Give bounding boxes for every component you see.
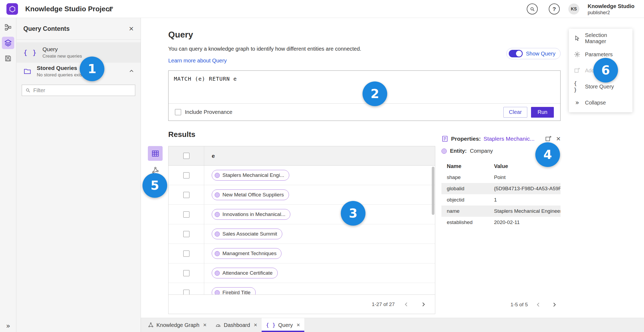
properties-close-icon[interactable]: × (556, 135, 561, 143)
gear-icon (574, 51, 581, 58)
column-header-e: e (204, 153, 215, 159)
row-checkbox[interactable] (183, 211, 189, 218)
entity-pill[interactable]: Managment Techniques (212, 248, 281, 259)
property-value: Staplers Mechanical Engineering (494, 208, 561, 214)
results-scrollbar-thumb[interactable] (432, 167, 434, 215)
annotation-badge-6: 6 (593, 58, 618, 83)
query-list-item[interactable]: { } Query Create new queries (16, 42, 141, 63)
entity-dot-icon (215, 212, 220, 217)
query-item-sub: Create new queries (42, 54, 82, 59)
run-button[interactable]: Run (531, 107, 554, 118)
entity-pill-label: Staplers Mechanical Engi... (222, 172, 284, 178)
panel-header: Query Contents × (16, 18, 141, 40)
help-button[interactable]: ? (549, 3, 560, 14)
entity-pill[interactable]: Innovations in Mechanical... (212, 209, 290, 220)
row-cell: Firebird Title (204, 287, 256, 294)
properties-label: Properties: (451, 136, 481, 142)
save-icon[interactable] (2, 52, 14, 65)
entity-pill-label: Attendance Certificate (222, 270, 273, 276)
clear-button[interactable]: Clear (503, 107, 528, 118)
entity-pill[interactable]: New Metal Office Suppliers (212, 189, 289, 200)
annotation-badge-1: 1 (80, 57, 104, 81)
select-all-checkbox[interactable] (183, 153, 189, 159)
properties-table: Name Value shapePoint globalid{5D9B4713-… (441, 161, 561, 228)
entity-pill[interactable]: Attendance Certificate (212, 268, 278, 278)
properties-next-page-button[interactable] (549, 300, 559, 309)
app-root: Knowledge Studio Project ? KS Knowledge … (0, 0, 644, 332)
row-checkbox[interactable] (183, 251, 189, 257)
row-cell: New Metal Office Suppliers (204, 189, 289, 200)
row-checkbox[interactable] (183, 270, 189, 276)
results-next-page-button[interactable] (418, 300, 428, 309)
entity-dot-icon (215, 271, 220, 276)
stored-item-sub: No stored queries exist (37, 72, 83, 78)
query-description: You can query a knowledge graph to ident… (168, 46, 361, 52)
chevron-up-icon[interactable] (128, 68, 135, 74)
property-row: established2020-02-11 (441, 217, 561, 228)
tab-close-icon[interactable]: × (203, 322, 207, 328)
table-row: Managment Techniques (169, 244, 435, 263)
tab-knowledge-graph[interactable]: Knowledge Graph × (144, 318, 211, 332)
tab-dashboard[interactable]: Dashboard × (211, 318, 262, 332)
entity-dot-icon (215, 251, 220, 256)
toggle-knob (516, 51, 522, 57)
edit-title-icon[interactable] (107, 5, 114, 12)
query-heading: Query (168, 30, 193, 40)
chevron-left-icon (536, 302, 541, 308)
annotation-badge-2: 2 (363, 81, 387, 106)
filter-search-icon (25, 88, 31, 93)
row-checkbox[interactable] (183, 290, 189, 295)
stored-queries-item[interactable]: Stored Queries No stored queries exist (16, 63, 141, 80)
row-checkbox[interactable] (183, 192, 189, 198)
tab-close-icon[interactable]: × (297, 322, 300, 328)
learn-more-link[interactable]: Learn more about Query (168, 58, 227, 64)
row-cell: Attendance Certificate (204, 268, 278, 278)
expand-rail-icon[interactable]: » (0, 322, 16, 330)
menu-item-label: Parameters (585, 51, 613, 58)
entity-pill[interactable]: Firebird Title (212, 287, 256, 294)
avatar[interactable]: KS (568, 3, 579, 14)
account-info[interactable]: Knowledge Studio publisher2 (588, 3, 634, 16)
table-row: New Metal Office Suppliers (169, 185, 435, 205)
panel-close-icon[interactable]: × (129, 25, 134, 33)
hierarchy-icon[interactable] (2, 21, 14, 33)
row-checkbox[interactable] (183, 172, 189, 178)
entity-pill-label: Innovations in Mechanical... (222, 211, 285, 217)
property-name: name (447, 208, 494, 214)
tab-query[interactable]: { } Query × (262, 318, 304, 332)
results-prev-page-button[interactable] (402, 300, 411, 309)
property-name: globalid (447, 186, 494, 192)
table-row: Firebird Title (169, 283, 435, 294)
results-pagination: 1-27 of 27 (169, 294, 435, 314)
menu-item-label: Collapse (585, 100, 606, 106)
tab-close-icon[interactable]: × (254, 322, 257, 328)
tab-label: Dashboard (224, 322, 250, 328)
menu-item-collapse[interactable]: » Collapse (569, 95, 632, 111)
menu-item-selection-manager[interactable]: Selection Manager (569, 30, 632, 46)
layers-icon[interactable] (2, 37, 14, 49)
show-query-label: Show Query (526, 51, 555, 57)
filter-input[interactable] (33, 87, 132, 94)
property-name: established (447, 219, 494, 225)
table-view-button[interactable] (148, 146, 163, 161)
col-name: Name (447, 163, 494, 169)
row-checkbox[interactable] (183, 231, 189, 237)
table-grid-icon (151, 150, 159, 158)
include-provenance-checkbox[interactable] (175, 109, 181, 115)
properties-selection-link[interactable]: Staplers Mechanic... (484, 136, 535, 142)
entity-pill[interactable]: Sales Associate Summit (212, 229, 282, 239)
properties-prev-page-button[interactable] (534, 300, 543, 309)
add-to-selection-icon[interactable] (545, 135, 552, 142)
folder-icon (23, 67, 31, 75)
select-all-cell (169, 146, 204, 165)
account-name: Knowledge Studio (588, 3, 634, 10)
table-row: Attendance Certificate (169, 263, 435, 283)
entity-pill[interactable]: Staplers Mechanical Engi... (212, 170, 289, 181)
menu-item-label: Selection Manager (585, 32, 628, 44)
stored-item-label: Stored Queries (37, 65, 83, 71)
search-button[interactable] (527, 3, 538, 14)
show-query-toggle[interactable] (509, 50, 523, 57)
property-name: shape (447, 174, 494, 180)
row-check-cell (169, 166, 204, 185)
property-name: objectid (447, 197, 494, 203)
